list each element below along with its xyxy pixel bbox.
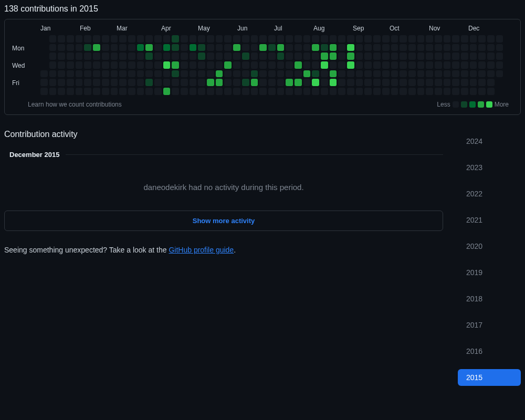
contribution-cell[interactable] <box>242 35 249 43</box>
contribution-cell[interactable] <box>268 52 276 60</box>
contribution-cell[interactable] <box>330 44 337 51</box>
contribution-cell[interactable] <box>163 35 171 43</box>
contribution-cell[interactable] <box>487 52 495 60</box>
contribution-cell[interactable] <box>347 79 354 86</box>
contribution-cell[interactable] <box>49 52 57 60</box>
contribution-cell[interactable] <box>286 61 293 69</box>
contribution-cell[interactable] <box>364 88 372 95</box>
contribution-cell[interactable] <box>382 79 390 86</box>
contribution-cell[interactable] <box>435 79 442 86</box>
contribution-cell[interactable] <box>216 44 223 51</box>
contribution-cell[interactable] <box>259 52 267 60</box>
contribution-cell[interactable] <box>137 52 144 60</box>
year-link-2024[interactable]: 2024 <box>458 133 521 150</box>
contribution-cell[interactable] <box>76 44 83 51</box>
contribution-cell[interactable] <box>84 61 91 69</box>
contribution-cell[interactable] <box>111 79 118 86</box>
contribution-cell[interactable] <box>224 61 232 69</box>
contribution-cell[interactable] <box>251 52 258 60</box>
contribution-cell[interactable] <box>93 44 100 51</box>
contribution-cell[interactable] <box>347 35 354 43</box>
contribution-cell[interactable] <box>216 52 223 60</box>
contribution-cell[interactable] <box>478 79 486 86</box>
contribution-cell[interactable] <box>373 70 381 78</box>
year-link-2020[interactable]: 2020 <box>458 238 521 255</box>
contribution-cell[interactable] <box>58 88 65 95</box>
contribution-cell[interactable] <box>224 70 232 78</box>
contribution-cell[interactable] <box>487 35 495 43</box>
contribution-cell[interactable] <box>417 61 425 69</box>
contribution-cell[interactable] <box>145 44 153 51</box>
contribution-cell[interactable] <box>382 52 390 60</box>
contribution-heatmap[interactable] <box>40 35 505 97</box>
contribution-cell[interactable] <box>119 61 127 69</box>
contribution-cell[interactable] <box>58 70 65 78</box>
contribution-cell[interactable] <box>207 70 214 78</box>
contribution-cell[interactable] <box>435 35 442 43</box>
show-more-button[interactable]: Show more activity <box>4 211 443 231</box>
contribution-cell[interactable] <box>400 88 407 95</box>
contribution-cell[interactable] <box>444 70 451 78</box>
contribution-cell[interactable] <box>426 44 433 51</box>
contribution-cell[interactable] <box>137 88 144 95</box>
contribution-cell[interactable] <box>163 52 171 60</box>
contribution-cell[interactable] <box>172 70 179 78</box>
contribution-cell[interactable] <box>496 44 503 51</box>
contribution-cell[interactable] <box>417 52 425 60</box>
contribution-cell[interactable] <box>49 61 57 69</box>
contribution-cell[interactable] <box>347 61 354 69</box>
contribution-cell[interactable] <box>154 70 162 78</box>
contribution-cell[interactable] <box>338 44 345 51</box>
contribution-cell[interactable] <box>444 88 451 95</box>
contribution-cell[interactable] <box>102 44 109 51</box>
contribution-cell[interactable] <box>259 79 267 86</box>
contribution-cell[interactable] <box>93 52 100 60</box>
contribution-cell[interactable] <box>496 61 503 69</box>
contribution-cell[interactable] <box>128 61 135 69</box>
contribution-cell[interactable] <box>76 61 83 69</box>
contribution-cell[interactable] <box>259 44 267 51</box>
contribution-cell[interactable] <box>198 35 205 43</box>
contribution-cell[interactable] <box>435 52 442 60</box>
contribution-cell[interactable] <box>330 88 337 95</box>
contribution-cell[interactable] <box>49 44 57 51</box>
contribution-cell[interactable] <box>40 70 48 78</box>
contribution-cell[interactable] <box>400 79 407 86</box>
contribution-cell[interactable] <box>67 61 74 69</box>
contribution-cell[interactable] <box>400 35 407 43</box>
profile-guide-link[interactable]: GitHub profile guide <box>169 246 234 254</box>
contribution-cell[interactable] <box>207 35 214 43</box>
contribution-cell[interactable] <box>435 70 442 78</box>
contribution-cell[interactable] <box>268 88 276 95</box>
contribution-cell[interactable] <box>277 88 285 95</box>
year-link-2017[interactable]: 2017 <box>458 317 521 333</box>
contribution-cell[interactable] <box>303 61 311 69</box>
contribution-cell[interactable] <box>312 35 319 43</box>
contribution-cell[interactable] <box>435 44 442 51</box>
contribution-cell[interactable] <box>295 61 302 69</box>
contribution-cell[interactable] <box>303 79 311 86</box>
contribution-cell[interactable] <box>338 35 345 43</box>
contribution-cell[interactable] <box>452 70 459 78</box>
contribution-cell[interactable] <box>487 79 495 86</box>
contribution-cell[interactable] <box>259 35 267 43</box>
contribution-cell[interactable] <box>400 52 407 60</box>
contribution-cell[interactable] <box>154 35 162 43</box>
contribution-cell[interactable] <box>338 61 345 69</box>
contribution-cell[interactable] <box>286 88 293 95</box>
contribution-cell[interactable] <box>198 88 205 95</box>
contribution-cell[interactable] <box>338 70 345 78</box>
contribution-cell[interactable] <box>163 70 171 78</box>
contribution-cell[interactable] <box>391 44 398 51</box>
contribution-cell[interactable] <box>303 35 311 43</box>
contribution-cell[interactable] <box>84 70 91 78</box>
contribution-cell[interactable] <box>111 70 118 78</box>
contribution-cell[interactable] <box>408 70 416 78</box>
contribution-cell[interactable] <box>198 70 205 78</box>
contribution-cell[interactable] <box>286 44 293 51</box>
contribution-cell[interactable] <box>417 70 425 78</box>
contribution-cell[interactable] <box>242 61 249 69</box>
contribution-cell[interactable] <box>452 52 459 60</box>
contribution-cell[interactable] <box>190 61 197 69</box>
contribution-cell[interactable] <box>93 79 100 86</box>
